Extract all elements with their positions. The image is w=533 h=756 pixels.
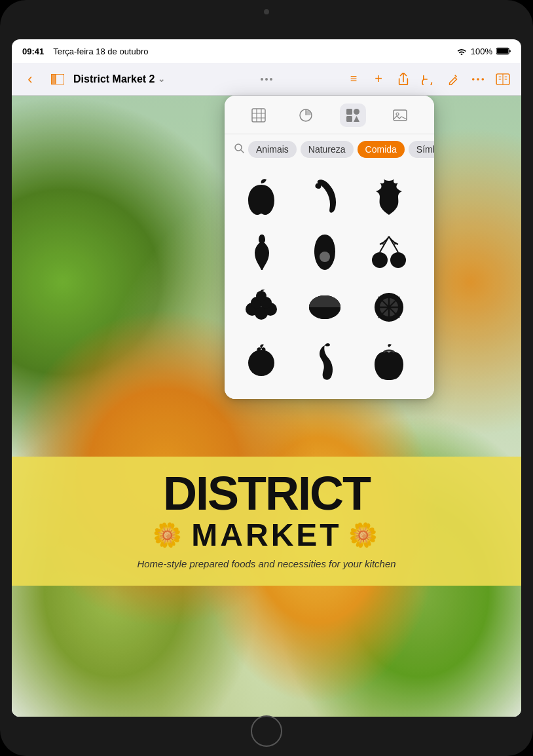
more-button[interactable] — [466, 67, 490, 91]
back-button[interactable]: ‹ — [18, 67, 42, 91]
svg-rect-23 — [354, 109, 359, 115]
undo-button[interactable] — [416, 67, 440, 91]
picker-tab-shapes[interactable] — [340, 104, 366, 127]
shape-olives[interactable] — [235, 281, 287, 333]
status-bar: 09:41 Terça-feira 18 de outubro 100% — [12, 39, 521, 63]
status-left: 09:41 Terça-feira 18 de outubro — [22, 47, 149, 56]
add-button[interactable]: + — [367, 67, 390, 91]
title-chevron-icon: ⌄ — [158, 74, 165, 84]
status-date: Terça-feira 18 de outubro — [53, 47, 148, 56]
svg-rect-26 — [394, 110, 407, 121]
home-button[interactable] — [251, 715, 282, 747]
picker-tab-media[interactable] — [387, 104, 413, 127]
svg-point-40 — [256, 291, 266, 301]
shape-lemon[interactable] — [299, 281, 351, 333]
svg-line-29 — [241, 150, 244, 153]
status-right: 100% — [456, 47, 511, 56]
picker-tab-table[interactable] — [246, 104, 272, 127]
svg-point-31 — [372, 252, 388, 268]
shape-orange-slice[interactable] — [363, 281, 415, 333]
battery-icon — [496, 47, 511, 55]
reader-button[interactable] — [491, 67, 515, 91]
category-natureza[interactable]: Natureza — [301, 141, 354, 158]
svg-rect-24 — [346, 116, 352, 122]
wifi-icon — [456, 47, 467, 55]
shape-tomato[interactable] — [235, 336, 287, 388]
svg-point-7 — [477, 78, 479, 81]
shape-apple[interactable] — [235, 171, 287, 223]
svg-point-30 — [320, 252, 330, 262]
toolbar-title[interactable]: District Market 2 ⌄ — [73, 73, 338, 85]
search-icon — [234, 143, 244, 156]
toolbar: ‹ District Market 2 ⌄ ≡ — [12, 63, 521, 96]
svg-rect-22 — [346, 109, 352, 115]
svg-line-41 — [261, 290, 264, 291]
shape-pear[interactable] — [235, 226, 287, 278]
picker-tab-chart[interactable] — [293, 104, 319, 127]
shape-picker-popup: Animais Natureza Comida Símbolos — [225, 96, 434, 399]
svg-point-27 — [396, 113, 399, 115]
toolbar-center-dots — [261, 78, 272, 81]
shape-cherries[interactable] — [363, 226, 415, 278]
category-simbolos[interactable]: Símbolos — [409, 141, 434, 158]
share-button[interactable] — [392, 67, 415, 91]
screen: 09:41 Terça-feira 18 de outubro 100% — [12, 39, 521, 717]
svg-marker-25 — [354, 116, 359, 122]
svg-point-50 — [248, 350, 274, 376]
shape-chili[interactable] — [299, 336, 351, 388]
ipad-frame: 09:41 Terça-feira 18 de outubro 100% — [0, 0, 533, 756]
picker-tabs — [225, 96, 434, 134]
category-animais[interactable]: Animais — [248, 141, 297, 158]
camera-dot — [264, 9, 269, 14]
toolbar-right: ≡ + — [342, 67, 515, 91]
battery-text: 100% — [471, 47, 492, 56]
svg-point-8 — [481, 78, 484, 81]
shape-bell-pepper[interactable] — [363, 336, 415, 388]
shape-grid — [225, 164, 434, 399]
shape-avocado[interactable] — [299, 226, 351, 278]
svg-point-6 — [472, 78, 475, 81]
picker-categories: Animais Natureza Comida Símbolos — [225, 134, 434, 164]
status-time: 09:41 — [22, 47, 44, 56]
shape-banana[interactable] — [299, 171, 351, 223]
svg-rect-15 — [252, 109, 265, 122]
svg-point-32 — [390, 252, 406, 268]
category-comida[interactable]: Comida — [358, 141, 405, 158]
document-title: District Market 2 — [73, 73, 155, 85]
markup-button[interactable] — [441, 67, 465, 91]
svg-rect-1 — [497, 48, 508, 53]
sidebar-toggle-button[interactable] — [46, 67, 69, 91]
svg-rect-4 — [51, 74, 56, 85]
list-button[interactable]: ≡ — [342, 67, 365, 91]
shape-strawberry[interactable] — [363, 171, 415, 223]
